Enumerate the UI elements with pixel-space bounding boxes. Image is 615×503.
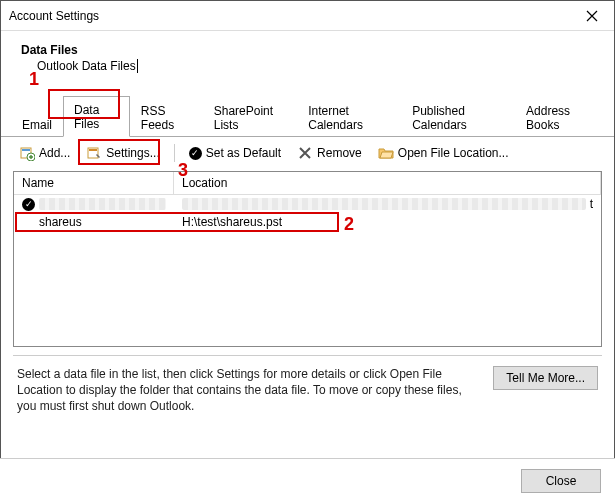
settings-button[interactable]: Settings... <box>80 143 165 163</box>
dialog-footer: Close <box>0 458 615 503</box>
open-location-label: Open File Location... <box>398 146 509 160</box>
add-icon <box>19 145 35 161</box>
info-area: Select a data file in the list, then cli… <box>13 355 602 415</box>
open-file-location-button[interactable]: Open File Location... <box>372 143 515 163</box>
svg-rect-4 <box>89 149 97 151</box>
tab-label: Data Files <box>74 103 99 131</box>
redacted-text <box>182 198 586 210</box>
tab-email[interactable]: Email <box>11 111 63 137</box>
row-location: H:\test\shareus.pst <box>174 215 601 229</box>
add-button[interactable]: Add... <box>13 143 76 163</box>
set-default-button[interactable]: ✓ Set as Default <box>183 144 287 162</box>
tab-address-books[interactable]: Address Books <box>515 97 604 137</box>
close-button[interactable]: Close <box>521 469 601 493</box>
window-title: Account Settings <box>9 9 569 23</box>
tab-label: Address Books <box>526 104 570 132</box>
column-name[interactable]: Name <box>14 172 174 194</box>
toolbar: Add... Settings... ✓ Set as Default Remo… <box>1 137 614 169</box>
redacted-text <box>39 198 166 210</box>
close-icon[interactable] <box>569 1 614 31</box>
set-default-label: Set as Default <box>206 146 281 160</box>
info-text: Select a data file in the list, then cli… <box>17 366 481 415</box>
remove-button[interactable]: Remove <box>291 143 368 163</box>
text-cursor <box>137 59 138 73</box>
tab-label: Email <box>22 118 52 132</box>
list-row[interactable]: ✓ t <box>14 195 601 213</box>
tab-rss-feeds[interactable]: RSS Feeds <box>130 97 203 137</box>
folder-open-icon <box>378 145 394 161</box>
add-label: Add... <box>39 146 70 160</box>
tab-published-calendars[interactable]: Published Calendars <box>401 97 515 137</box>
title-bar: Account Settings <box>1 1 614 31</box>
tab-data-files[interactable]: Data Files <box>63 96 130 137</box>
tab-sharepoint-lists[interactable]: SharePoint Lists <box>203 97 298 137</box>
check-icon: ✓ <box>189 147 202 160</box>
row-name: shareus <box>39 215 82 229</box>
tab-label: SharePoint Lists <box>214 104 273 132</box>
tab-strip: Email Data Files RSS Feeds SharePoint Li… <box>1 95 614 137</box>
tab-label: RSS Feeds <box>141 104 174 132</box>
default-indicator-icon: ✓ <box>22 198 35 211</box>
list-row[interactable]: shareus H:\test\shareus.pst <box>14 213 601 231</box>
tab-label: Internet Calendars <box>308 104 363 132</box>
settings-label: Settings... <box>106 146 159 160</box>
settings-icon <box>86 145 102 161</box>
data-file-list[interactable]: Name Location ✓ t shareus H:\test\shareu… <box>13 171 602 347</box>
list-header: Name Location <box>14 172 601 195</box>
header-title: Data Files <box>21 43 600 57</box>
remove-label: Remove <box>317 146 362 160</box>
header-subtitle-text: Outlook Data Files <box>37 59 136 73</box>
toolbar-divider <box>174 144 175 162</box>
column-location[interactable]: Location <box>174 172 601 194</box>
tab-internet-calendars[interactable]: Internet Calendars <box>297 97 401 137</box>
header-subtitle: Outlook Data Files <box>21 57 600 73</box>
remove-icon <box>297 145 313 161</box>
svg-rect-1 <box>22 149 30 151</box>
tell-me-more-button[interactable]: Tell Me More... <box>493 366 598 390</box>
tab-label: Published Calendars <box>412 104 467 132</box>
header: Data Files Outlook Data Files 1 <box>1 31 614 81</box>
